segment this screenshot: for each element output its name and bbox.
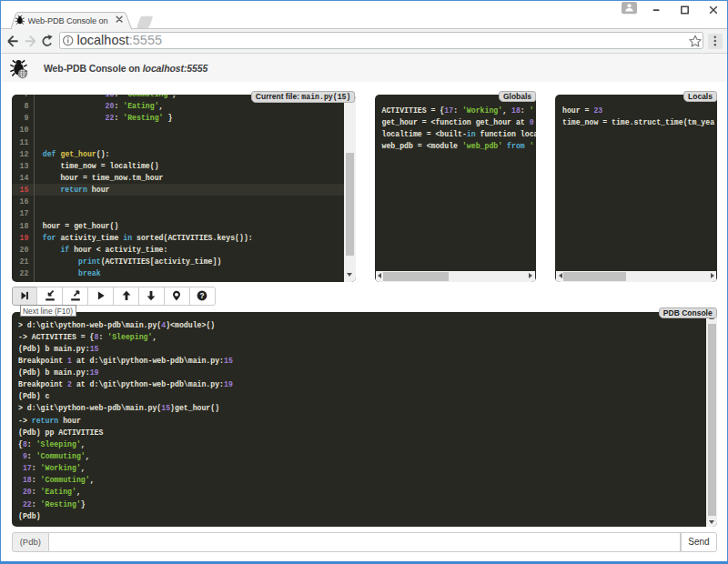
svg-text:?: ? (200, 292, 205, 300)
